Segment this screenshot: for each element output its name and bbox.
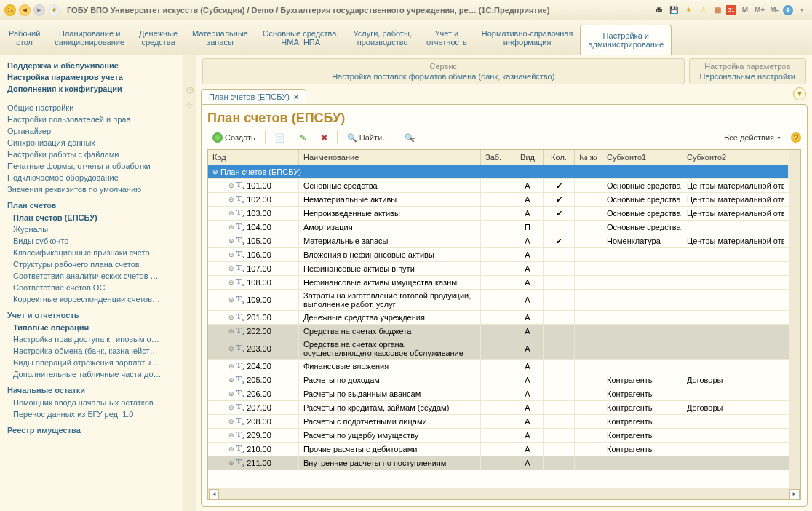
grid-column-header[interactable]: Наименование (299, 150, 481, 165)
toolbar: Создать 📄 ✎ ✖ 🔍 Найти… 🔍̶ Все действия ▼… (207, 130, 801, 145)
grid-row[interactable]: ⊕Tо208.00 Расчеты с подотчетными лицами … (208, 415, 789, 429)
nav-item[interactable]: План счетов (ЕПСБУ) (7, 212, 175, 223)
info-icon[interactable]: i (783, 5, 793, 15)
create-button[interactable]: Создать (207, 130, 260, 145)
nav-item[interactable]: Поддержка и обслуживание (7, 60, 175, 71)
grid-row[interactable]: ⊕Tо205.00 Расчеты по доходам А Контраген… (208, 373, 789, 387)
grid-row[interactable]: ⊕Tо209.00 Расчеты по ущербу имуществу А … (208, 429, 789, 443)
nav-item[interactable]: Соответствие счетов ОС (7, 282, 175, 293)
main-tab[interactable]: Материальныезапасы (185, 20, 255, 55)
m-minus-btn[interactable]: M- (768, 4, 780, 16)
grid-row[interactable]: ⊕Tо202.00 Средства на счетах бюджета А (208, 325, 789, 338)
grid-row[interactable]: ⊕Tо203.00 Средства на счетах органа, осу… (208, 338, 789, 360)
copy-button[interactable]: 📄 (270, 131, 290, 145)
document-tab[interactable]: План счетов (ЕПСБУ) × (201, 89, 306, 104)
main-tab[interactable]: Услуги, работы,производство (346, 20, 419, 55)
history-icon[interactable]: ◷ (186, 84, 194, 95)
nav-item[interactable]: Значения реквизитов по умолчанию (7, 183, 175, 195)
main-tab[interactable]: Основные средства,НМА, НПА (255, 20, 346, 55)
nav-item[interactable]: Настройки работы с файлами (7, 148, 175, 160)
grid-row[interactable]: ⊕Tо107.00 Нефинансовые активы в пути А (208, 262, 789, 276)
nav-item[interactable]: Классификационные признаки счето… (7, 247, 175, 258)
edit-button[interactable]: ✎ (295, 131, 311, 145)
nav-item[interactable]: Синхронизация данных (7, 137, 175, 148)
grid-row[interactable]: ⊕Tо109.00 Затраты на изготовление готово… (208, 290, 789, 311)
nav-item[interactable]: Общие настройки (7, 102, 175, 114)
m-plus-btn[interactable]: M+ (754, 4, 765, 16)
nav-fwd-icon[interactable]: ► (33, 4, 45, 16)
app-icon: 1c (4, 4, 16, 16)
nav-item[interactable]: Виды субконто (7, 235, 175, 247)
nav-item[interactable]: Дополнения к конфигурации (7, 83, 175, 95)
nav-item[interactable]: Структуры рабочего плана счетов (7, 258, 175, 270)
nav-item[interactable]: Печатные формы, отчеты и обработки (7, 160, 175, 172)
nav-item[interactable]: Перенос данных из БГУ ред. 1.0 (7, 408, 175, 420)
grid-body[interactable]: ⊖План счетов (ЕПСБУ) ⊕Tо101.00 Основные … (208, 165, 789, 488)
all-actions-button[interactable]: Все действия ▼ (719, 131, 787, 144)
main-tab[interactable]: Настройка иадминистрирование (580, 25, 672, 55)
close-tab-icon[interactable]: × (294, 92, 298, 101)
service-link-1[interactable]: Настройка поставок форматов обмена (банк… (329, 71, 557, 82)
scroll-right-icon[interactable]: ► (789, 489, 800, 499)
star-icon[interactable]: ★ (682, 4, 694, 16)
horizontal-scrollbar[interactable]: ◄ ► (208, 488, 800, 499)
grid-row[interactable]: ⊕Tо102.00 Нематериальные активы А ✔ Осно… (208, 193, 789, 207)
grid-row[interactable]: ⊕Tо101.00 Основные средства А ✔ Основные… (208, 179, 789, 193)
nav-item[interactable]: Органайзер (7, 125, 175, 137)
main-tab[interactable]: Нормативно-справочнаяинформация (474, 20, 581, 55)
calendar-icon[interactable]: 31 (726, 5, 736, 15)
grid-row[interactable]: ⊕Tо104.00 Амортизация П Основные средств… (208, 221, 789, 234)
main-tab[interactable]: Планирование исанкционирование (47, 20, 132, 55)
nav-item[interactable]: Соответствия аналитических счетов … (7, 270, 175, 282)
main-tab[interactable]: Учет иотчетность (419, 20, 474, 55)
find-button[interactable]: 🔍 Найти… (342, 131, 395, 145)
grid-column-header[interactable]: Субконто1 (602, 150, 682, 165)
grid-row[interactable]: ⊕Tо206.00 Расчеты по выданным авансам А … (208, 387, 789, 401)
grid-column-header[interactable]: Субконто2 (682, 150, 784, 165)
main-tab[interactable]: Денежныесредства (132, 20, 185, 55)
grid-column-header[interactable]: Код (208, 150, 299, 165)
calc-icon[interactable]: ▦ (712, 4, 723, 16)
grid-row[interactable]: ⊕Tо201.00 Денежные средства учреждения А (208, 311, 789, 325)
nav-back-icon[interactable]: ◄ (19, 4, 31, 16)
grid-row[interactable]: ⊕Tо105.00 Материальные запасы А ✔ Номенк… (208, 234, 789, 248)
print-icon[interactable]: 🖶 (653, 4, 665, 16)
main-tab[interactable]: Рабочийстол (1, 20, 47, 55)
clear-find-button[interactable]: 🔍̶ (399, 131, 420, 145)
nav-item[interactable]: Корректные корреспонденции счетов… (7, 293, 175, 305)
grid-row[interactable]: ⊕Tо204.00 Финансовые вложения А (208, 360, 789, 373)
nav-item[interactable]: Помощник ввода начальных остатков (7, 397, 175, 408)
grid-column-header[interactable]: Кол. (544, 150, 575, 165)
expand-icon[interactable]: ▼ (793, 87, 806, 100)
nav-item[interactable]: Настройки пользователей и прав (7, 114, 175, 125)
m-btn[interactable]: M (739, 4, 751, 16)
grid-row[interactable]: ⊕Tо211.00 Внутренние расчеты по поступле… (208, 456, 789, 470)
fav-tool-icon[interactable]: ☆ (186, 100, 194, 111)
grid-row[interactable]: ⊕Tо103.00 Непроизведенные активы А ✔ Осн… (208, 207, 789, 221)
nav-item[interactable]: Журналы (7, 223, 175, 235)
scroll-left-icon[interactable]: ◄ (209, 489, 219, 499)
grid-root-row[interactable]: ⊖План счетов (ЕПСБУ) (208, 165, 789, 179)
grid-row[interactable]: ⊕Tо207.00 Расчеты по кредитам, займам (с… (208, 401, 789, 415)
grid-column-header[interactable]: Вид (512, 150, 544, 165)
grid-column-header[interactable]: Заб. (481, 150, 512, 165)
nav-item[interactable]: Подключаемое оборудование (7, 172, 175, 183)
help-icon[interactable]: ? (791, 132, 801, 143)
nav-item[interactable]: Настройка обмена (банк, казначейст… (7, 345, 175, 357)
grid-row[interactable]: ⊕Tо210.00 Прочие расчеты с дебиторами А … (208, 443, 789, 456)
link-icon[interactable]: ☆ (697, 4, 709, 16)
nav-item[interactable]: Дополнительные табличные части до… (7, 368, 175, 380)
grid-row[interactable]: ⊕Tо108.00 Нефинансовые активы имущества … (208, 276, 789, 290)
nav-item[interactable]: Типовые операции (7, 322, 175, 333)
params-link[interactable]: Персональные настройки (697, 71, 798, 82)
favorite-icon[interactable]: ★ (48, 4, 60, 16)
vertical-scrollbar[interactable] (789, 150, 800, 488)
delete-button[interactable]: ✖ (316, 131, 333, 145)
grid-column-header[interactable]: № ж/ (575, 150, 602, 165)
nav-item[interactable]: Виды операций отражения зарплаты … (7, 357, 175, 368)
nav-item[interactable]: Настройка параметров учета (7, 71, 175, 83)
dropdown-icon[interactable]: ▼ (796, 4, 808, 16)
grid-row[interactable]: ⊕Tо106.00 Вложения в нефинансовые активы… (208, 248, 789, 262)
nav-item[interactable]: Настройка прав доступа к типовым о… (7, 333, 175, 345)
save-icon[interactable]: 💾 (668, 4, 680, 16)
